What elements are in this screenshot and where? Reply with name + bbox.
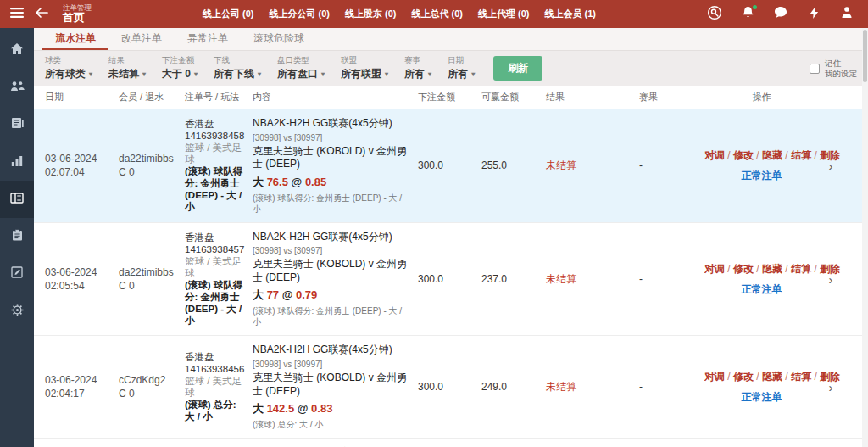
filter-dropdown[interactable]: 球类 所有球类 ▾ (45, 55, 92, 81)
action-settle[interactable]: 结算 (791, 149, 811, 161)
remember-settings[interactable]: 记住 我的设定 (810, 59, 857, 79)
row-expand-chevron[interactable]: › (819, 380, 843, 394)
bet-id: 14163938456 (185, 363, 248, 375)
sport-type: 篮球 / 美式足球 (185, 255, 248, 279)
pick-detail: (滚球) 球队得分: 金州勇士 (DEEP) - 大 / 小 (253, 305, 408, 327)
filter-dropdown[interactable]: 结果 未结算 ▾ (108, 55, 146, 81)
table-row: 03-06-2024 02:07:04 da22timibbs C 0 香港盘 … (34, 109, 868, 223)
play-type: (滚球) 球队得分: 金州勇士 (DEEP) - 大 / 小 (185, 279, 248, 327)
filter-label: 结果 (108, 55, 146, 66)
col-header-amount: 下注金额 (418, 91, 481, 103)
row-expand-chevron[interactable]: › (819, 272, 843, 287)
action-modify[interactable]: 修改 (733, 149, 754, 161)
filter-dropdown[interactable]: 联盟 所有联盟 ▾ (341, 55, 388, 81)
sidebar-item-members[interactable] (0, 69, 34, 106)
sport-type: 篮球 / 美式足球 (185, 142, 248, 165)
back-button[interactable] (35, 7, 48, 22)
appbar-menu-item[interactable]: 线上代理 (0) (478, 8, 530, 20)
cell-member: da22timibbs C 0 (119, 265, 185, 293)
filter-label: 盘口类型 (277, 55, 325, 66)
search-icon (707, 5, 722, 24)
sidebar-item-statistics[interactable] (0, 143, 34, 181)
table-header-row: 日期 会员 / 退水 注单号 / 玩法 内容 下注金额 可赢金额 结果 赛果 操… (34, 86, 868, 109)
play-type: (滚球) 总分: 大 / 小 (185, 399, 248, 422)
action-settle[interactable]: 结算 (791, 263, 811, 275)
match-ids: [30998] vs [30997] (253, 132, 408, 143)
match-ids: [30998] vs [30997] (253, 245, 408, 256)
appbar-menu-item[interactable]: 线上总代 (0) (412, 8, 464, 20)
user-icon (841, 6, 853, 22)
search-button[interactable] (707, 7, 722, 22)
filter-dropdown[interactable]: 下注金额 大于 0 ▾ (162, 55, 198, 81)
filter-label: 联盟 (341, 55, 388, 66)
action-normal-bet[interactable]: 正常注单 (704, 390, 819, 405)
gear-icon (11, 304, 24, 320)
filter-dropdown[interactable]: 盘口类型 所有盘口 ▾ (277, 55, 325, 81)
sidebar-item-home[interactable] (0, 31, 34, 69)
cell-winnable-amount: 255.0 (481, 159, 546, 171)
filter-value: 大于 0 (162, 67, 191, 81)
messages-button[interactable] (773, 7, 788, 22)
action-settle[interactable]: 结算 (791, 371, 811, 383)
filter-value: 所有 (448, 67, 468, 81)
filter-dropdown[interactable]: 下线 所有下线 ▾ (214, 55, 261, 81)
action-modify[interactable]: 修改 (733, 263, 754, 275)
action-hide[interactable]: 隐藏 (762, 149, 782, 161)
appbar-menu-item[interactable]: 线上会员 (1) (545, 8, 597, 20)
chevron-down-icon: ▾ (471, 70, 475, 78)
menu-button[interactable] (10, 7, 24, 22)
clipboard-icon (12, 229, 23, 244)
sidebar-item-settings[interactable] (0, 293, 34, 330)
refresh-button[interactable]: 刷新 (493, 56, 542, 81)
cell-content: NBA2K-H2H GG联赛(4x5分钟) [30998] vs [30997]… (253, 344, 418, 430)
tab[interactable]: 异常注单 (175, 28, 241, 50)
note-icon (11, 266, 23, 282)
market-type: 香港盘 (185, 351, 248, 363)
tab[interactable]: 改单注单 (108, 28, 175, 50)
cell-actions: 对调 / 修改 / 隐藏 / 结算 / 删除 正常注单 (704, 148, 819, 183)
activity-button[interactable] (806, 7, 821, 22)
cell-score: - (639, 159, 704, 171)
filter-label: 赛事 (404, 55, 431, 66)
action-swap[interactable]: 对调 (704, 263, 725, 275)
filter-dropdown[interactable]: 赛事 所有 ▾ (404, 55, 431, 81)
action-normal-bet[interactable]: 正常注单 (704, 282, 819, 297)
filter-dropdown[interactable]: 日期 所有 ▾ (448, 55, 475, 81)
action-swap[interactable]: 对调 (704, 149, 725, 161)
vertical-scrollbar[interactable] (862, 28, 868, 447)
notifications-button[interactable] (740, 7, 755, 22)
action-hide[interactable]: 隐藏 (762, 371, 782, 383)
tab[interactable]: 流水注单 (42, 28, 108, 50)
appbar-menu-item[interactable]: 线上分公司 (0) (270, 8, 331, 20)
action-swap[interactable]: 对调 (704, 371, 725, 383)
chevron-down-icon: ▾ (89, 70, 92, 78)
people-icon (10, 80, 25, 95)
home-icon (10, 42, 24, 59)
filter-value: 所有 (404, 67, 425, 81)
tab[interactable]: 滚球危险球 (241, 28, 317, 50)
sidebar-item-reports[interactable] (0, 106, 34, 143)
cell-content: NBA2K-H2H GG联赛(4x5分钟) [30998] vs [30997]… (253, 117, 418, 215)
col-header-content: 内容 (253, 91, 418, 103)
appbar-menu-item[interactable]: 线上公司 (0) (203, 8, 254, 20)
cell-member: cCzdKdg2 C 0 (119, 373, 185, 400)
chevron-down-icon: ▾ (321, 70, 325, 78)
account-button[interactable] (839, 7, 854, 22)
filter-label: 下线 (214, 55, 261, 66)
tab-bar: 流水注单 改单注单 异常注单 滚球危险球 (34, 28, 868, 51)
appbar-menu-item[interactable]: 线上股东 (0) (345, 8, 397, 20)
action-modify[interactable]: 修改 (733, 371, 754, 383)
col-header-winnable: 可赢金额 (481, 91, 546, 103)
action-normal-bet[interactable]: 正常注单 (704, 169, 819, 183)
sidebar-item-notes[interactable] (0, 255, 34, 293)
cell-actions: 对调 / 修改 / 隐藏 / 结算 / 删除 正常注单 (704, 370, 819, 405)
notification-badge-dot (753, 5, 757, 9)
sidebar-item-ledger[interactable] (0, 218, 34, 255)
remember-checkbox[interactable] (810, 64, 820, 74)
sidebar-item-bet-orders[interactable] (0, 181, 34, 218)
col-header-result: 结果 (546, 91, 639, 103)
scrollbar-thumb[interactable] (863, 30, 867, 82)
action-hide[interactable]: 隐藏 (762, 263, 782, 275)
cell-bet-info: 香港盘 14163938457 篮球 / 美式足球 (滚球) 球队得分: 金州勇… (185, 232, 253, 327)
row-expand-chevron[interactable]: › (819, 159, 843, 173)
